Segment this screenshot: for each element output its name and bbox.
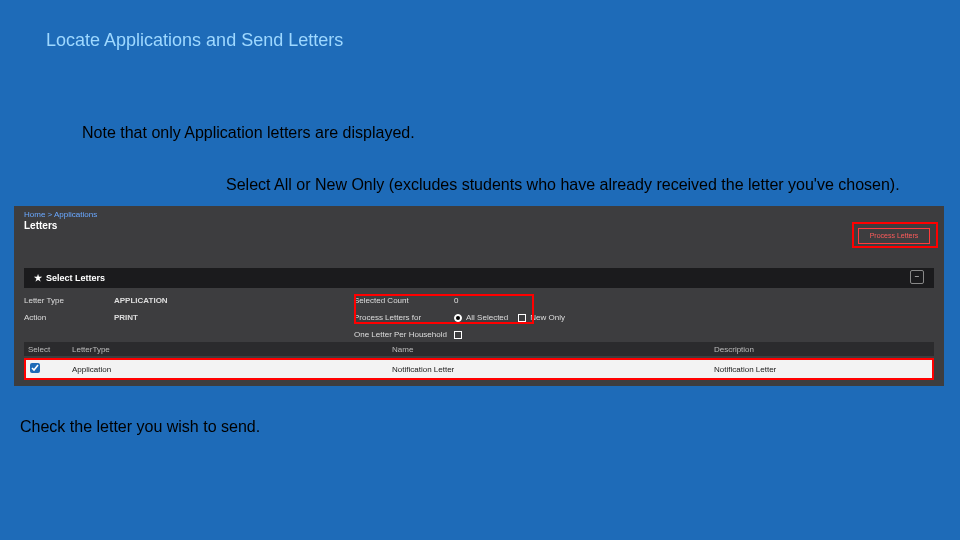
breadcrumb[interactable]: Home > Applications: [24, 210, 97, 219]
col-name: Name: [392, 345, 714, 354]
page-title: Letters: [24, 220, 57, 231]
letter-type-label: Letter Type: [24, 296, 114, 305]
radio-new-only[interactable]: [518, 314, 526, 322]
radio-all-label: All Selected: [466, 313, 508, 322]
col-select: Select: [24, 345, 72, 354]
radio-new-label: New Only: [530, 313, 565, 322]
radio-all-selected[interactable]: [454, 314, 462, 322]
one-per-household-label: One Letter Per Household: [354, 330, 454, 339]
select-instruction: Select All or New Only (excludes student…: [226, 176, 900, 194]
col-description: Description: [714, 345, 934, 354]
process-letters-button[interactable]: Process Letters: [858, 228, 930, 244]
process-for-label: Process Letters for: [354, 313, 454, 322]
selected-count-label: Selected Count: [354, 296, 454, 305]
row-letter-type: Application: [72, 365, 392, 374]
check-instruction: Check the letter you wish to send.: [20, 418, 260, 436]
letter-type-value: APPLICATION: [114, 296, 354, 305]
section-header: ★ Select Letters −: [24, 268, 934, 288]
application-panel: Home > Applications Letters Process Lett…: [14, 206, 944, 386]
col-letter-type: LetterType: [72, 345, 392, 354]
star-icon: ★: [34, 273, 42, 283]
action-value: PRINT: [114, 313, 354, 322]
one-per-household-checkbox[interactable]: [454, 331, 462, 339]
table-row[interactable]: Application Notification Letter Notifica…: [24, 360, 934, 378]
table-header-row: Select LetterType Name Description: [24, 342, 934, 356]
note-text: Note that only Application letters are d…: [82, 124, 415, 142]
section-header-label: Select Letters: [46, 273, 105, 283]
selected-count-value: 0: [454, 296, 458, 305]
action-label: Action: [24, 313, 114, 322]
collapse-icon[interactable]: −: [910, 270, 924, 284]
slide-title: Locate Applications and Send Letters: [46, 30, 343, 51]
form-grid: Letter Type APPLICATION Selected Count 0…: [24, 296, 934, 347]
row-select-checkbox[interactable]: [30, 363, 40, 373]
row-name: Notification Letter: [392, 365, 714, 374]
row-description: Notification Letter: [714, 365, 934, 374]
